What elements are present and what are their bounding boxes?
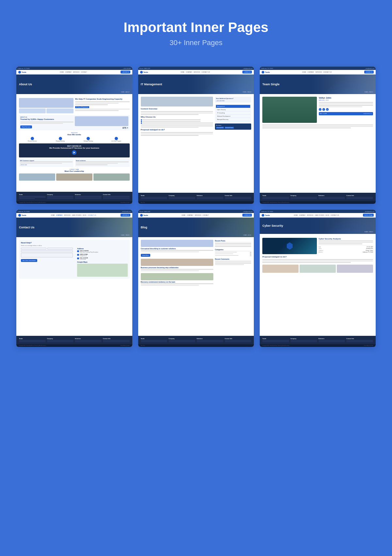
post3-title: Recovery commission tendency on the team (141, 281, 213, 283)
navbar-blog: Tanda HOME COMPANY SERVICES CONTACT +200… (138, 213, 254, 218)
topbar-contact: California, TX 75243 info@mail.com (16, 210, 132, 213)
shield-icon (287, 242, 293, 250)
blog-card: Phone: 0348 1478 info@gmail.com Tanda HO… (138, 210, 254, 347)
cyber-meta: Date 15 JUL 2022 Client Jonathan Due Cat… (318, 245, 373, 253)
phone-input[interactable] (21, 250, 73, 252)
cards-grid: California, TX 75243 +720 123 456 Tanda … (16, 67, 376, 347)
hero-it: IT Management HOME > PAGES (138, 74, 254, 94)
footer-bottom-contact: Copyright 2023, Tanda WordPress Theme by… (16, 344, 132, 347)
sidebar-item-management[interactable]: Management (216, 105, 250, 108)
nav-links: HOME COMPANY SERVICES CONTACT (60, 71, 87, 73)
it-services-banner: WHY CHOOSE US We Provide Outsourced IT S… (19, 143, 130, 157)
footer-blog: Tanda Company Solutions Contact Info (138, 336, 254, 344)
analysis-title: Cyber Security Analysis (318, 238, 373, 240)
copyright-text: Copyright 2023, Tanda WordPress Theme by… (19, 202, 46, 203)
post1-img (141, 240, 213, 247)
trusted-section: ABOUT US Trusted by 5,000+ Happy Custome… (19, 115, 130, 130)
topbar-blog: Phone: 0348 1478 info@gmail.com (138, 210, 254, 213)
download-pdf[interactable]: Download PDF (216, 127, 224, 129)
logo-text: Tanda (22, 71, 26, 73)
cyber-details: Cyber Security Analysis Date 15 JUL 2022… (318, 238, 373, 254)
team-info-col: Voltur John WEB DEV / CEO f t (319, 97, 373, 123)
team-img (75, 116, 128, 126)
sidebar-item-software[interactable]: Software Development (216, 115, 250, 118)
process-step-3: Strategic Planning (75, 137, 102, 142)
team-single-card: California, TX 75243 info@mail.com Tanda… (260, 67, 376, 204)
categories-widget: Categories (5) (3) (7) (215, 249, 251, 256)
services-btn[interactable]: Read Services (20, 125, 32, 128)
sidebar-item-managed[interactable]: Managed Recovery (216, 118, 250, 121)
contact-content: Need Help? Send us a message below or ca… (16, 237, 132, 336)
team-member-photo (262, 97, 317, 123)
step3-icon (87, 137, 90, 140)
gmap-placeholder (77, 264, 127, 277)
hero-contact: Contact Us HOME > PAGES (16, 218, 132, 237)
process-step-1: Choose a Service (19, 137, 46, 142)
post2-img (141, 259, 213, 266)
cyber-shield-img (262, 238, 317, 254)
sidebar-categories-title: Categories (215, 249, 251, 251)
it-sidebar: Have Additional Questions? +423-4567890 … (215, 97, 251, 137)
navbar-contact: Tanda HOME COMPANY SERVICES CASE STUDIES… (16, 213, 132, 218)
recent-posts-widget: Recent Posts (215, 240, 251, 247)
form-row-1 (21, 248, 73, 250)
blog-post-3: Recovery commission tendency on the team (141, 273, 213, 286)
logo-it: Tanda (140, 71, 148, 74)
message-textarea[interactable] (21, 253, 73, 257)
footer-nav: Home About Contact (121, 202, 130, 203)
proposal-title-cyber: Proposal indulged no do? (262, 256, 373, 258)
cyber-analysis: Cyber Security Analysis Date 15 JUL 2022… (262, 238, 373, 254)
twitter-icon[interactable]: t (322, 108, 325, 111)
member2-photo (56, 173, 92, 181)
cyber-proposal: Proposal indulged no do? (262, 256, 373, 263)
it-meeting-img (141, 97, 213, 106)
date-row: Date 15 JUL 2022 (318, 246, 373, 248)
team-photo-col (262, 97, 317, 123)
questions-box: Have Additional Questions? +423-4567890 (215, 97, 251, 103)
address-title: Address (77, 248, 127, 250)
navbar-team: Tanda HOME COMPANY SERVICES CONTACT US +… (260, 70, 376, 74)
email-input[interactable] (47, 248, 73, 250)
topbar-it: Phone: 0348 1478 info@gmail.com (138, 67, 254, 70)
process-icons: Choose a Service Request Meeting Strateg… (19, 137, 130, 142)
social-icons: f t in (319, 108, 373, 111)
email-icon (77, 254, 79, 256)
name-input[interactable] (21, 248, 46, 250)
cyber-img-1 (262, 265, 299, 273)
download-doc[interactable]: Download Feature (225, 127, 234, 129)
page-subtitle: 30+ Inner Pages (7, 39, 385, 47)
proposal-title: Proposal indulged no do? (141, 129, 213, 131)
sidebar-nav: Management Cyber Security IT Consulting … (215, 104, 251, 122)
sidebar-item-consulting[interactable]: IT Consulting (216, 111, 250, 115)
contact-us-card: California, TX 75243 info@mail.com Tanda… (16, 210, 132, 347)
linkedin-icon[interactable]: in (326, 108, 329, 111)
footer-bottom-about: Copyright 2023, Tanda WordPress Theme by… (16, 201, 132, 204)
sidebar-item-cyber[interactable]: Cyber Security (216, 108, 250, 111)
it-layout: Content Overview Why Choose Us (141, 97, 252, 137)
logo-about: Tanda (18, 71, 26, 74)
consultation-btn[interactable]: Get a free consultation (21, 259, 37, 262)
stat-number: 875 + (75, 127, 128, 129)
logo-contact: Tanda (18, 214, 26, 217)
about-section-title: We Help IT Companies Scale Engineering C… (75, 98, 130, 100)
maps-title: Google Maps (77, 261, 127, 263)
facebook-icon[interactable]: f (319, 108, 321, 111)
services-banner-title: We Provide Outsourced IT Services for yo… (21, 147, 128, 149)
blog-post-2: Business processes becoming step collabo… (141, 259, 213, 271)
cyber-img-2 (300, 265, 336, 273)
read-more-btn-1[interactable]: Read More (141, 254, 151, 257)
about-two-col: We Help IT Companies Scale Engineering C… (19, 98, 130, 113)
process-section: PROCESS How We works (19, 132, 130, 136)
it-main: Content Overview Why Choose Us (141, 97, 213, 137)
proposal-section: Proposal indulged no do? (141, 129, 213, 136)
logo-cyber: Tanda (262, 214, 270, 217)
topbar-cyber: California, TX 75243 info@gmail.com (260, 210, 376, 213)
hero-about: About Us HOME > ABOUT (16, 74, 132, 94)
topbar-phone: +720 123 456 (123, 68, 131, 69)
email-info: mail@address.co (363, 113, 372, 114)
footer-col-solutions: Solutions (75, 194, 102, 200)
hero-breadcrumb: HOME > ABOUT (121, 91, 129, 93)
cyber-main-visual (262, 238, 317, 254)
play-button[interactable] (72, 150, 76, 155)
hero-title-blog: Blog (141, 226, 147, 229)
